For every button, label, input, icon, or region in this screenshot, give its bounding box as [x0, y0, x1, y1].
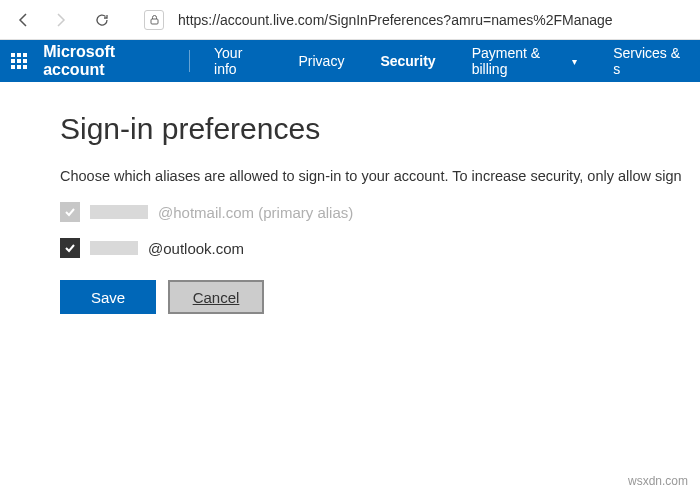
redacted-name-secondary — [90, 241, 138, 255]
site-header: Microsoft account Your info Privacy Secu… — [0, 40, 700, 82]
intro-text: Choose which aliases are allowed to sign… — [60, 168, 700, 184]
refresh-button[interactable] — [88, 6, 116, 34]
nav-payment-label: Payment & billing — [472, 45, 566, 77]
redacted-name-primary — [90, 205, 148, 219]
button-row: Save Cancel — [60, 280, 700, 314]
alias-row-secondary: @outlook.com — [60, 238, 700, 258]
url-bar[interactable]: https://account.live.com/SignInPreferenc… — [172, 12, 690, 28]
save-button[interactable]: Save — [60, 280, 156, 314]
brand-title[interactable]: Microsoft account — [37, 43, 183, 79]
checkbox-primary — [60, 202, 80, 222]
alias-primary-suffix: @hotmail.com (primary alias) — [158, 204, 353, 221]
alias-row-primary: @hotmail.com (primary alias) — [60, 202, 700, 222]
nav-security[interactable]: Security — [362, 40, 453, 82]
browser-toolbar: https://account.live.com/SignInPreferenc… — [0, 0, 700, 40]
svg-rect-0 — [151, 19, 158, 24]
page-title: Sign-in preferences — [60, 112, 700, 146]
lock-icon — [144, 10, 164, 30]
app-launcher-icon[interactable] — [0, 40, 37, 82]
checkbox-secondary[interactable] — [60, 238, 80, 258]
main-content: Sign-in preferences Choose which aliases… — [0, 82, 700, 314]
nav-your-info[interactable]: Your info — [196, 40, 280, 82]
nav-payment[interactable]: Payment & billing ▾ — [454, 40, 595, 82]
chevron-down-icon: ▾ — [572, 56, 577, 67]
nav-privacy[interactable]: Privacy — [280, 40, 362, 82]
nav-services[interactable]: Services & s — [595, 40, 700, 82]
back-button[interactable] — [10, 6, 38, 34]
alias-secondary-suffix: @outlook.com — [148, 240, 244, 257]
forward-button[interactable] — [46, 6, 74, 34]
watermark: wsxdn.com — [628, 474, 688, 488]
nav-divider — [189, 50, 190, 72]
cancel-button[interactable]: Cancel — [168, 280, 264, 314]
